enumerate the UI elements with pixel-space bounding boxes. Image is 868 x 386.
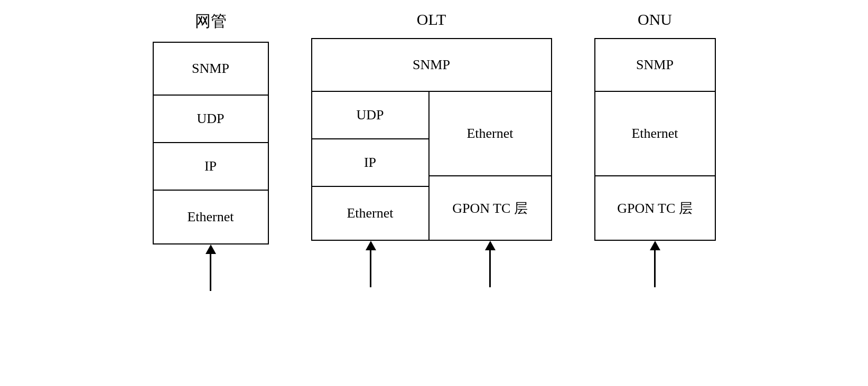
onu-title: ONU [638, 11, 672, 29]
wanguan-ip: IP [154, 143, 268, 191]
olt-right-col: Ethernet GPON TC 层 [430, 92, 551, 240]
onu-arrowhead [650, 241, 660, 250]
olt-outer-box: SNMP UDP IP Ethernet Ethernet GPON TC 层 [311, 38, 552, 241]
wanguan-column: 网管 SNMP UDP IP Ethernet [153, 11, 269, 291]
onu-ethernet: Ethernet [595, 92, 715, 176]
olt-title: OLT [417, 11, 446, 29]
wanguan-ethernet: Ethernet [154, 191, 268, 243]
olt-left-udp: UDP [312, 92, 428, 139]
olt-right-arrow-container [430, 241, 551, 287]
olt-left-arrowhead [366, 241, 376, 250]
diagram-container: 网管 SNMP UDP IP Ethernet OLT SNMP UDP IP [0, 0, 868, 386]
wanguan-udp: UDP [154, 96, 268, 143]
olt-column: OLT SNMP UDP IP Ethernet Ethernet GPON T… [311, 11, 552, 287]
onu-snmp: SNMP [595, 39, 715, 92]
olt-left-arrow [366, 241, 376, 287]
olt-arrows-row [312, 241, 551, 287]
onu-gpon: GPON TC 层 [595, 176, 715, 240]
wanguan-arrowhead [206, 244, 216, 254]
onu-arrow [650, 241, 660, 287]
olt-left-arrowline [370, 250, 371, 287]
wanguan-stack: SNMP UDP IP Ethernet [153, 42, 269, 244]
olt-right-ethernet: Ethernet [430, 92, 551, 176]
onu-arrowline [654, 250, 656, 287]
olt-snmp: SNMP [312, 39, 551, 92]
wanguan-snmp: SNMP [154, 43, 268, 96]
onu-column: ONU SNMP Ethernet GPON TC 层 [594, 11, 716, 287]
wanguan-arrowline [210, 254, 211, 291]
wanguan-arrow [206, 244, 216, 291]
olt-right-arrowhead [485, 241, 496, 250]
olt-right-arrowline [489, 250, 491, 287]
olt-inner-row: UDP IP Ethernet Ethernet GPON TC 层 [312, 92, 551, 240]
olt-right-gpon: GPON TC 层 [430, 176, 551, 240]
olt-left-arrow-container [312, 241, 430, 287]
olt-left-col: UDP IP Ethernet [312, 92, 430, 240]
olt-right-arrow [485, 241, 496, 287]
wanguan-title: 网管 [195, 11, 227, 32]
olt-left-ip: IP [312, 139, 428, 187]
olt-left-ethernet: Ethernet [312, 187, 428, 240]
onu-stack: SNMP Ethernet GPON TC 层 [594, 38, 716, 241]
